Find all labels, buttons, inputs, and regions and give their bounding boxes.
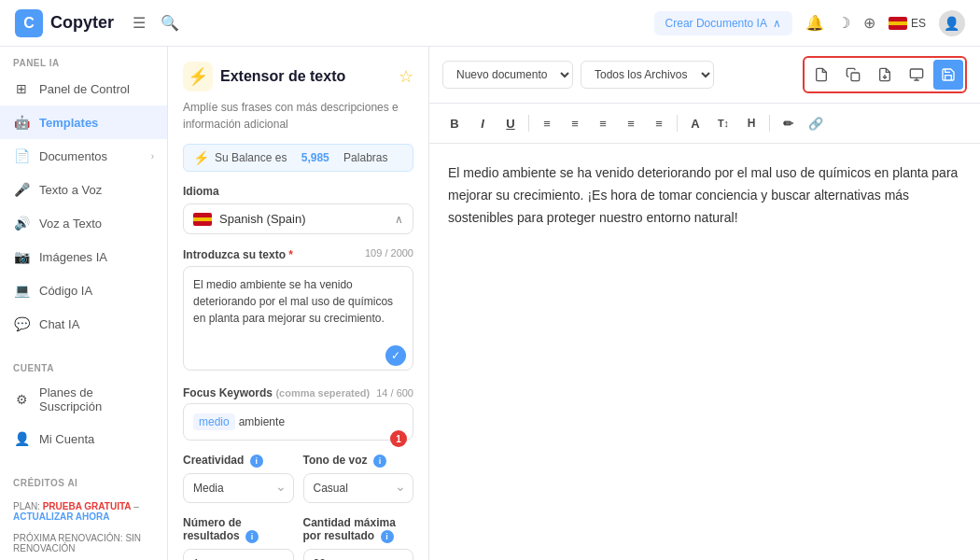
creatividad-label: Creatividad i bbox=[183, 454, 294, 468]
notification-icon[interactable]: 🔔 bbox=[805, 14, 824, 32]
sidebar-item-mi-cuenta[interactable]: 👤 Mi Cuenta bbox=[0, 422, 167, 455]
plans-icon: ⚙ bbox=[13, 391, 30, 408]
tono-group: Tono de voz i Formal Casual Amigable bbox=[303, 454, 414, 503]
menu-icon[interactable]: ☰ bbox=[133, 14, 146, 32]
speaker-icon: 🔊 bbox=[13, 215, 30, 231]
cantidad-group: Cantidad máxima por resultado i 30 bbox=[303, 516, 414, 560]
sidebar-label-voz-texto: Voz a Texto bbox=[39, 217, 154, 231]
creditos-label: CRÉDITOS AI bbox=[0, 467, 167, 492]
cantidad-input[interactable]: 30 bbox=[303, 549, 414, 560]
sidebar-item-documentos[interactable]: 📄 Documentos › bbox=[0, 139, 167, 173]
sidebar-item-imagenes-ia[interactable]: 📷 Imágenes IA bbox=[0, 240, 167, 273]
kw-label: Focus Keywords bbox=[183, 386, 273, 399]
crear-documento-button[interactable]: Crear Documento IA ∧ bbox=[654, 11, 792, 35]
doc-save-icon-btn[interactable] bbox=[933, 60, 963, 90]
panel-ia-label: PANEL IA bbox=[0, 47, 167, 72]
pen-button[interactable]: ✏ bbox=[776, 111, 800, 135]
sidebar-item-voz-a-texto[interactable]: 🔊 Voz a Texto bbox=[0, 206, 167, 240]
doc-download-icon-btn[interactable] bbox=[870, 60, 900, 90]
cantidad-info-icon[interactable]: i bbox=[381, 530, 394, 543]
logo-letter: C bbox=[23, 15, 35, 32]
plan-info: PLAN: PRUEBA GRATUITA – ACTUALIZAR AHORA bbox=[0, 492, 167, 531]
bold-button[interactable]: B bbox=[442, 111, 467, 135]
creatividad-select-wrapper: Baja Media Alta bbox=[183, 473, 294, 503]
doc-icon: 📄 bbox=[13, 147, 30, 164]
kw-count: 14 / 600 bbox=[376, 387, 413, 399]
creatividad-info-icon[interactable]: i bbox=[250, 455, 263, 468]
link-button[interactable]: 🔗 bbox=[804, 111, 828, 135]
lang-code: ES bbox=[911, 17, 926, 30]
underline-button[interactable]: U bbox=[498, 111, 523, 135]
crear-doc-label: Crear Documento IA bbox=[665, 17, 767, 30]
balance-label: Su Balance es bbox=[215, 151, 287, 164]
textarea-wrapper: El medio ambiente se ha venido deteriora… bbox=[183, 266, 413, 373]
resultados-info-icon[interactable]: i bbox=[245, 530, 259, 543]
sidebar-item-templates[interactable]: 🤖 Templates bbox=[0, 105, 167, 139]
italic-button[interactable]: I bbox=[470, 111, 495, 135]
left-panel: ⚡ Extensor de texto ☆ Amplíe sus frases … bbox=[168, 47, 429, 560]
crear-doc-chevron: ∧ bbox=[773, 17, 781, 30]
heading-button[interactable]: H bbox=[739, 111, 763, 135]
language-select[interactable]: Spanish (Spain) ∧ bbox=[183, 203, 413, 234]
input-label-text: Introduzca su texto bbox=[183, 248, 286, 261]
sidebar-item-panel-control[interactable]: ⊞ Panel de Control bbox=[0, 72, 167, 105]
keyword-tag: medio bbox=[193, 413, 235, 430]
favorite-button[interactable]: ☆ bbox=[399, 66, 413, 87]
resultados-group: Número de resultados i 1 bbox=[183, 516, 294, 560]
search-icon[interactable]: 🔍 bbox=[161, 14, 179, 32]
editor-content[interactable]: El medio ambiente se ha venido deteriora… bbox=[429, 144, 980, 560]
sidebar-label-imagenes: Imágenes IA bbox=[39, 250, 154, 264]
justify-button[interactable]: ≡ bbox=[619, 111, 643, 135]
grid-icon: ⊞ bbox=[13, 80, 30, 97]
lightning-icon: ⚡ bbox=[193, 150, 209, 165]
logo-text: Copyter bbox=[50, 13, 114, 33]
main-textarea[interactable]: El medio ambiente se ha venido deteriora… bbox=[183, 266, 413, 371]
fullscreen-icon[interactable]: ⊕ bbox=[863, 14, 875, 32]
idioma-group: Idioma Spanish (Spain) ∧ bbox=[183, 185, 413, 234]
sidebar-item-texto-a-voz[interactable]: 🎤 Texto a Voz bbox=[0, 173, 167, 206]
align-left-button[interactable]: ≡ bbox=[535, 111, 559, 135]
creatividad-tono-row: Creatividad i Baja Media Alta bbox=[183, 454, 413, 503]
doc-share-icon-btn[interactable] bbox=[902, 60, 931, 90]
language-selector[interactable]: ES bbox=[889, 17, 926, 30]
right-panel: Nuevo documento Todos los Archivos bbox=[429, 47, 980, 560]
list-button[interactable]: ≡ bbox=[647, 111, 671, 135]
tono-select[interactable]: Formal Casual Amigable bbox=[303, 473, 414, 503]
fmt-divider-1 bbox=[528, 115, 529, 132]
flag-icon bbox=[889, 17, 907, 30]
font-color-button[interactable]: A bbox=[683, 111, 707, 135]
sidebar-item-chat-ia[interactable]: 💬 Chat IA bbox=[0, 307, 167, 341]
creatividad-select[interactable]: Baja Media Alta bbox=[183, 473, 294, 503]
keyword-rest: ambiente bbox=[239, 415, 285, 428]
cantidad-label: Cantidad máxima por resultado i bbox=[303, 516, 414, 543]
editor-text: El medio ambiente se ha venido deteriora… bbox=[448, 162, 961, 229]
plan-next: PRÓXIMA RENOVACIÓN: SIN RENOVACIÓN bbox=[0, 531, 167, 560]
sidebar-label-panel: Panel de Control bbox=[39, 82, 154, 96]
doc-copy-icon-btn[interactable] bbox=[838, 60, 868, 90]
plan-free-link[interactable]: PRUEBA GRATUITA bbox=[43, 501, 132, 511]
doc-new-icon-btn[interactable] bbox=[806, 60, 836, 90]
right-toolbar: Nuevo documento Todos los Archivos bbox=[429, 47, 980, 104]
plan-upgrade-link[interactable]: ACTUALIZAR AHORA bbox=[13, 511, 110, 522]
dark-mode-icon[interactable]: ☽ bbox=[837, 14, 850, 32]
tono-select-wrapper: Formal Casual Amigable bbox=[303, 473, 414, 503]
keywords-input[interactable]: medio ambiente 1 bbox=[183, 403, 413, 441]
align-center-button[interactable]: ≡ bbox=[563, 111, 587, 135]
new-doc-select[interactable]: Nuevo documento bbox=[442, 61, 573, 89]
logo-box: C bbox=[15, 9, 43, 37]
lang-flag bbox=[193, 213, 212, 226]
user-avatar[interactable]: 👤 bbox=[939, 10, 965, 36]
align-right-button[interactable]: ≡ bbox=[591, 111, 615, 135]
fmt-divider-3 bbox=[769, 115, 770, 132]
line-height-button[interactable]: T↕ bbox=[711, 111, 735, 135]
user-icon: 👤 bbox=[13, 430, 30, 447]
tono-info-icon[interactable]: i bbox=[373, 455, 386, 468]
app-wrapper: C Copyter ☰ 🔍 Crear Documento IA ∧ 🔔 ☽ ⊕… bbox=[0, 0, 980, 560]
resultados-row: Número de resultados i 1 Cantidad máxima… bbox=[183, 516, 413, 560]
sidebar-item-codigo-ia[interactable]: 💻 Código IA bbox=[0, 273, 167, 307]
balance-value: 5,985 bbox=[301, 151, 329, 164]
chat-icon: 💬 bbox=[13, 315, 30, 332]
sidebar-item-planes[interactable]: ⚙ Planes de Suscripción bbox=[0, 377, 167, 422]
archive-select[interactable]: Todos los Archivos bbox=[581, 61, 714, 89]
resultados-input[interactable]: 1 bbox=[183, 549, 294, 560]
